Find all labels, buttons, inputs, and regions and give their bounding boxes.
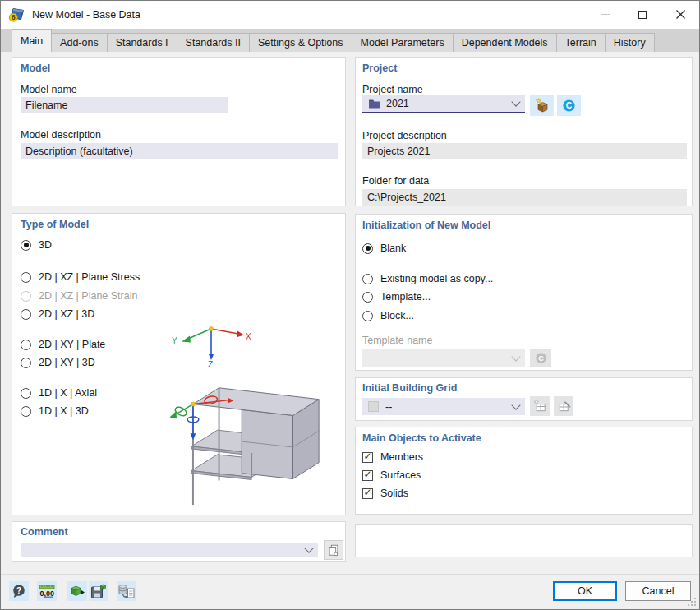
tab-terrain[interactable]: Terrain [556, 33, 606, 52]
radio-existing-model-copy[interactable]: Existing model as copy... [362, 272, 493, 285]
axis-label-z: Z [208, 360, 213, 368]
chevron-down-icon [511, 352, 520, 361]
radio-3d[interactable]: 3D [21, 238, 52, 252]
tab-model-parameters[interactable]: Model Parameters [352, 33, 454, 52]
model-name-input[interactable] [21, 97, 228, 113]
minimize-button [586, 1, 624, 28]
cancel-button[interactable]: Cancel [625, 581, 691, 601]
close-icon [676, 10, 685, 19]
window-title: New Model - Base Data [32, 9, 140, 21]
svg-text:C: C [566, 101, 573, 110]
radio-blank[interactable]: Blank [362, 242, 406, 255]
save-defaults-icon [90, 584, 107, 599]
project-name-combo[interactable]: 2021 [362, 95, 525, 113]
model-group: Model Model name Model description [12, 57, 346, 206]
checkbox-label: Surfaces [380, 469, 421, 481]
radio-2d-xy-3d[interactable]: 2D | XY | 3D [21, 356, 95, 369]
help-icon: ? [12, 584, 26, 598]
close-button[interactable] [661, 1, 699, 28]
main-objects-heading: Main Objects to Activate [362, 432, 481, 444]
model-description-input[interactable] [21, 143, 338, 159]
radio-2d-xz-plane-stress[interactable]: 2D | XZ | Plane Stress [21, 270, 140, 284]
project-name-label: Project name [362, 84, 423, 95]
project-description-label: Project description [362, 130, 447, 141]
units-settings-button[interactable]: 0,00 [37, 581, 57, 601]
svg-text:?: ? [16, 586, 21, 595]
tab-main[interactable]: Main [12, 29, 52, 52]
radio-label: Blank [380, 243, 406, 254]
radio-circle [21, 272, 31, 283]
comment-heading: Comment [21, 526, 68, 538]
project-manager-icon: C [562, 99, 576, 113]
comment-combo[interactable] [21, 543, 318, 557]
radio-circle [362, 243, 373, 254]
radio-template[interactable]: Template... [362, 290, 431, 303]
copy-icon [327, 543, 340, 557]
radio-1d-x-axial[interactable]: 1D | X | Axial [21, 386, 97, 400]
apply-defaults-button[interactable] [67, 581, 87, 601]
help-button[interactable]: ? [9, 581, 29, 601]
radio-2d-xz-3d[interactable]: 2D | XZ | 3D [21, 307, 94, 321]
type-of-model-heading: Type of Model [21, 219, 89, 230]
radio-label: Existing model as copy... [380, 273, 493, 284]
units-label: 0,00 [40, 589, 55, 598]
radio-circle [21, 358, 31, 368]
radio-circle [21, 340, 31, 350]
copy-comment-button[interactable] [324, 540, 343, 560]
apply-defaults-icon [69, 584, 85, 598]
radio-label: 2D | XZ | Plane Stress [39, 271, 140, 283]
radio-circle [362, 311, 373, 321]
new-model-dialog: 6 New Model - Base Data Main Add-ons Sta… [0, 0, 700, 610]
checkbox-members[interactable]: Members [362, 451, 423, 464]
project-group-heading: Project [362, 62, 397, 74]
tab-settings-options[interactable]: Settings & Options [249, 33, 352, 52]
model-preview-image [168, 375, 348, 513]
radio-circle [21, 406, 31, 417]
ok-label: OK [578, 585, 592, 597]
tab-standards-2[interactable]: Standards II [177, 33, 250, 52]
checkbox-label: Solids [380, 488, 408, 499]
tab-history[interactable]: History [605, 33, 655, 52]
building-grid-heading: Initial Building Grid [362, 382, 457, 394]
chevron-down-icon [511, 97, 520, 106]
radio-label: 2D | XY | 3D [39, 357, 95, 368]
radio-2d-xy-plate[interactable]: 2D | XY | Plate [21, 338, 105, 351]
tab-bar: Main Add-ons Standards I Standards II Se… [1, 29, 699, 52]
save-as-default-button[interactable] [89, 581, 108, 601]
radio-label: 3D [39, 239, 52, 251]
radio-circle [21, 240, 31, 251]
project-manager-button[interactable]: C [557, 95, 581, 116]
maximize-button[interactable] [624, 1, 661, 28]
edit-grid-button [554, 396, 573, 416]
new-project-button[interactable] [530, 95, 554, 116]
template-manager-button: C [530, 349, 551, 367]
new-project-icon [534, 98, 550, 113]
tab-add-ons[interactable]: Add-ons [51, 33, 108, 52]
checkbox-box [362, 488, 373, 499]
new-grid-icon [533, 400, 547, 414]
transfer-data-button[interactable] [117, 581, 136, 601]
svg-text:C: C [538, 354, 544, 363]
radio-circle [21, 388, 31, 399]
chevron-down-icon [304, 543, 313, 552]
main-objects-group: Main Objects to Activate Members Surface… [355, 427, 693, 515]
radio-label: 2D | XZ | Plane Strain [39, 290, 137, 302]
ok-button[interactable]: OK [553, 581, 617, 601]
checkbox-box [362, 452, 373, 463]
tab-standards-1[interactable]: Standards I [107, 33, 177, 52]
tab-dependent-models[interactable]: Dependent Models [453, 33, 557, 52]
radio-1d-x-3d[interactable]: 1D | X | 3D [21, 404, 89, 418]
resize-grip[interactable] [687, 597, 697, 607]
building-grid-combo[interactable]: -- [362, 398, 525, 415]
checkbox-solids[interactable]: Solids [362, 487, 408, 500]
grid-color-swatch [368, 401, 379, 412]
folder-icon [368, 99, 380, 109]
checkbox-surfaces[interactable]: Surfaces [362, 469, 421, 482]
minimize-icon [601, 14, 610, 15]
radio-2d-xz-plane-strain: 2D | XZ | Plane Strain [21, 289, 137, 303]
axis-label-x: X [246, 332, 251, 341]
model-description-label: Model description [21, 129, 101, 141]
project-name-value: 2021 [386, 98, 409, 109]
project-description-value: Projects 2021 [362, 143, 687, 159]
radio-block[interactable]: Block... [362, 309, 414, 322]
